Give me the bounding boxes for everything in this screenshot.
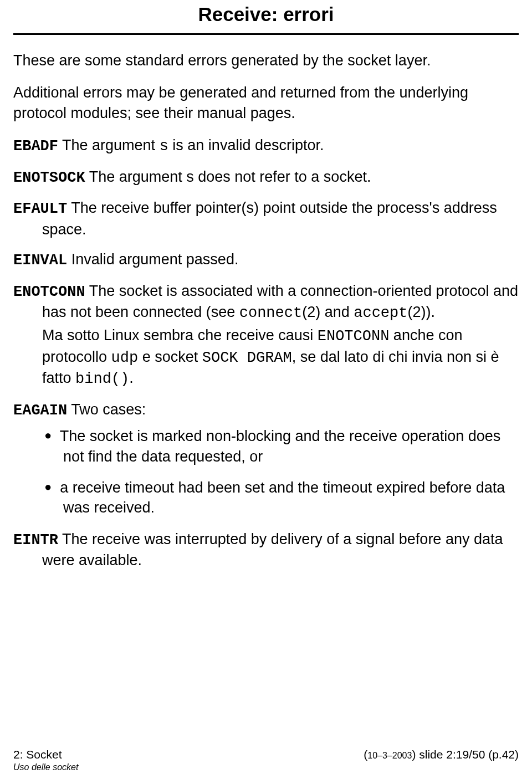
title-divider <box>13 33 519 35</box>
list-item: ● The socket is marked non-blocking and … <box>13 426 519 467</box>
list-item: ● a receive timeout had been set and the… <box>13 478 519 518</box>
note-text: . <box>129 370 134 386</box>
note-text: Ma sotto Linux sembra che receive causi <box>42 327 318 344</box>
eagain-bullet-list: ● The socket is marked non-blocking and … <box>13 426 519 518</box>
code-connect: connect <box>239 305 302 321</box>
note-text: e socket <box>138 348 202 365</box>
code-bind: bind() <box>75 371 129 387</box>
error-enotconn-note: Ma sotto Linux sembra che receive causi … <box>13 325 519 389</box>
code-sock-dgram: SOCK DGRAM <box>202 350 292 366</box>
error-eintr: EINTR The receive was interrupted by del… <box>13 529 519 571</box>
error-desc: Invalid argument passed. <box>67 251 238 268</box>
error-enotconn-desc: ENOTCONN The socket is associated with a… <box>13 281 519 324</box>
error-term: EFAULT <box>13 201 67 217</box>
error-efault: EFAULT The receive buffer pointer(s) poi… <box>13 198 519 239</box>
error-term: EINTR <box>13 532 58 549</box>
code-accept: accept <box>354 305 407 321</box>
error-desc: Two cases: <box>67 401 146 418</box>
error-desc: The receive buffer pointer(s) point outs… <box>42 199 497 237</box>
footer-right-post: ) slide 2:19/50 (p.42) <box>412 748 519 761</box>
bullet-text: a receive timeout had been set and the t… <box>60 479 505 516</box>
bullet-icon: ● <box>44 480 52 494</box>
code-udp: udp <box>111 350 139 366</box>
error-arg: s <box>160 138 168 155</box>
error-term: EINVAL <box>13 252 67 269</box>
error-desc: is an invalid descriptor. <box>168 137 324 153</box>
bullet-icon: ● <box>44 428 52 442</box>
error-desc: The argument s does not refer to a socke… <box>85 168 371 185</box>
error-term: ENOTSOCK <box>13 170 85 186</box>
page-title: Receive: errori <box>13 0 519 33</box>
error-desc: The argument <box>58 137 160 153</box>
footer-top: 2: Socket (10–3–2003) slide 2:19/50 (p.4… <box>13 748 519 761</box>
footer-date: 10–3–2003 <box>367 751 412 760</box>
footer-left: 2: Socket <box>13 748 62 761</box>
error-eagain: EAGAIN Two cases: <box>13 399 519 421</box>
error-enotsock: ENOTSOCK The argument s does not refer t… <box>13 167 519 188</box>
footer-bottom: Uso delle socket <box>13 762 519 772</box>
error-term: EBADF <box>13 138 58 155</box>
error-einval: EINVAL Invalid argument passed. <box>13 249 519 270</box>
error-enotconn: ENOTCONN The socket is associated with a… <box>13 281 519 390</box>
error-desc: (2)). <box>407 304 435 320</box>
intro-paragraph-2: Additional errors may be generated and r… <box>13 83 519 123</box>
error-term: ENOTCONN <box>13 284 85 300</box>
intro-paragraph-1: These are some standard errors generated… <box>13 50 519 70</box>
footer-right: (10–3–2003) slide 2:19/50 (p.42) <box>364 748 519 761</box>
bullet-text: The socket is marked non-blocking and th… <box>60 428 500 464</box>
footer: 2: Socket (10–3–2003) slide 2:19/50 (p.4… <box>13 748 519 772</box>
error-desc: (2) and <box>302 304 354 320</box>
code-enotconn: ENOTCONN <box>318 328 390 345</box>
error-desc: The receive was interrupted by delivery … <box>42 531 503 568</box>
error-ebadf: EBADF The argument s is an invalid descr… <box>13 135 519 156</box>
error-term: EAGAIN <box>13 402 67 419</box>
